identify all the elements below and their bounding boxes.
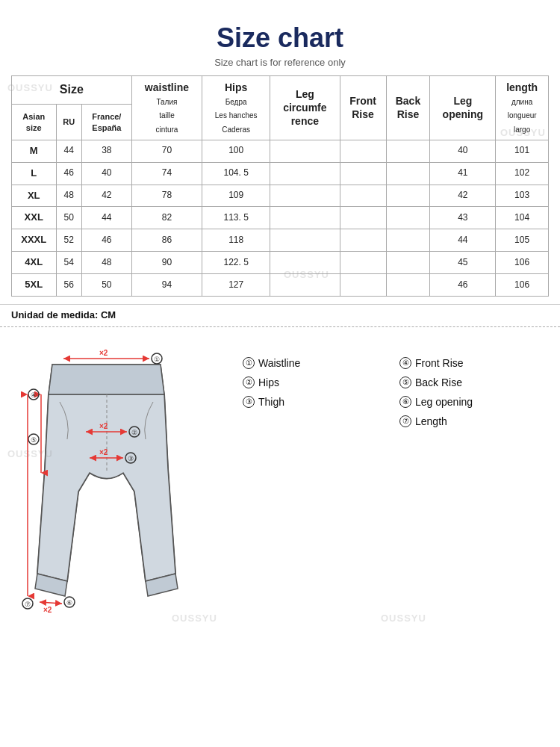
legend-item-1: ① Waistline [243,357,392,369]
cell-back-rise [386,252,430,274]
col-front-rise: FrontRise [340,76,386,140]
svg-text:×2: ×2 [99,349,108,357]
cell-waist: 78 [131,185,202,207]
cell-back-rise [386,162,430,185]
cell-size: 5XL [12,274,57,297]
cell-france: 38 [82,140,132,162]
legend-item-4: ④ Front Rise [399,357,549,369]
cell-leg-opening: 42 [430,185,496,207]
cell-ru: 50 [56,207,81,229]
legend-item-3: ③ Thigh [243,396,392,408]
cell-ru: 46 [56,162,81,185]
cell-size: L [12,162,57,185]
legend-num-6: ⑥ [399,396,411,408]
cell-france: 48 [82,252,132,274]
legend-label-1: Waistline [258,357,300,369]
cell-front-rise [340,207,386,229]
legend-label-6: Leg opening [415,396,473,408]
cell-hips: 127 [202,274,270,297]
svg-text:×2: ×2 [99,422,108,430]
cell-leg-circ [270,140,340,162]
table-row: XXXL 52 46 86 118 44 105 [12,229,549,252]
cell-waist: 94 [131,274,202,297]
cell-waist: 90 [131,252,202,274]
cell-leg-opening: 43 [430,207,496,229]
cell-france: 40 [82,162,132,185]
cell-hips: 113. 5 [202,207,270,229]
legend: ① Waistline ④ Front Rise ② Hips ⑤ Back R… [220,342,549,427]
cell-hips: 122. 5 [202,252,270,274]
svg-text:⑦: ⑦ [25,601,31,608]
cell-back-rise [386,274,430,297]
table-row: XXL 50 44 82 113. 5 43 104 [12,207,549,229]
cell-hips: 118 [202,229,270,252]
col-hips: HipsБедраLes hanchesCaderas [202,76,270,140]
svg-text:×2: ×2 [43,606,52,614]
col-ru: RU [56,105,81,140]
svg-text:⑤: ⑤ [31,436,37,444]
cell-size: XXL [12,207,57,229]
cell-size: 4XL [12,252,57,274]
table-row: 5XL 56 50 94 127 46 106 [12,274,549,297]
cell-leg-opening: 41 [430,162,496,185]
cell-length: 106 [496,274,549,297]
cell-back-rise [386,185,430,207]
col-size: Size [12,76,132,105]
cell-front-rise [340,252,386,274]
cell-france: 46 [82,229,132,252]
cell-back-rise [386,229,430,252]
col-waistline: waistlineТалияtaillecintura [131,76,202,140]
table-row: XL 48 42 78 109 42 103 [12,185,549,207]
legend-num-5: ⑤ [399,376,411,388]
cell-leg-circ [270,162,340,185]
svg-text:⑥: ⑥ [66,599,72,607]
legend-num-1: ① [243,357,255,369]
cell-ru: 44 [56,140,81,162]
legend-label-4: Front Rise [415,357,464,369]
diagram-section: ×2 ① ×2 ② ×2 ③ ④ ⑤ [0,327,560,644]
cell-leg-circ [270,185,340,207]
col-leg-circ: Legcircumference [270,76,340,140]
size-table-section: Size waistlineТалияtaillecintura HipsБед… [0,75,560,304]
table-body: M 44 38 70 100 40 101 L 46 40 74 104. 5 … [12,140,549,296]
col-france: France/España [82,105,132,140]
cell-france: 42 [82,185,132,207]
cell-front-rise [340,274,386,297]
table-row: L 46 40 74 104. 5 41 102 [12,162,549,185]
cell-leg-opening: 44 [430,229,496,252]
cell-ru: 54 [56,252,81,274]
cell-back-rise [386,207,430,229]
cell-size: M [12,140,57,162]
table-row: M 44 38 70 100 40 101 [12,140,549,162]
cell-leg-opening: 40 [430,140,496,162]
cell-waist: 70 [131,140,202,162]
cell-length: 104 [496,207,549,229]
cell-leg-opening: 45 [430,252,496,274]
pants-diagram: ×2 ① ×2 ② ×2 ③ ④ ⑤ [11,342,220,629]
legend-item-6: ⑥ Leg opening [399,396,549,408]
legend-label-3: Thigh [258,396,284,408]
cell-length: 101 [496,140,549,162]
svg-text:①: ① [154,356,160,363]
table-header-row-1: Size waistlineТалияtaillecintura HipsБед… [12,76,549,105]
cell-back-rise [386,140,430,162]
cell-length: 102 [496,162,549,185]
cell-waist: 82 [131,207,202,229]
cell-length: 105 [496,229,549,252]
svg-text:②: ② [131,429,137,436]
svg-line-19 [40,602,62,604]
cell-front-rise [340,185,386,207]
legend-item-7: ⑦ Length [399,415,549,427]
cell-france: 50 [82,274,132,297]
legend-label-2: Hips [258,376,279,388]
legend-num-3: ③ [243,396,255,408]
pants-svg: ×2 ① ×2 ② ×2 ③ ④ ⑤ [11,342,205,626]
cell-ru: 56 [56,274,81,297]
cell-hips: 109 [202,185,270,207]
legend-num-4: ④ [399,357,411,369]
legend-item-2: ② Hips [243,376,392,388]
cell-hips: 104. 5 [202,162,270,185]
page-title: Size chart [15,22,545,54]
svg-text:③: ③ [128,455,134,462]
svg-text:×2: ×2 [99,448,108,456]
